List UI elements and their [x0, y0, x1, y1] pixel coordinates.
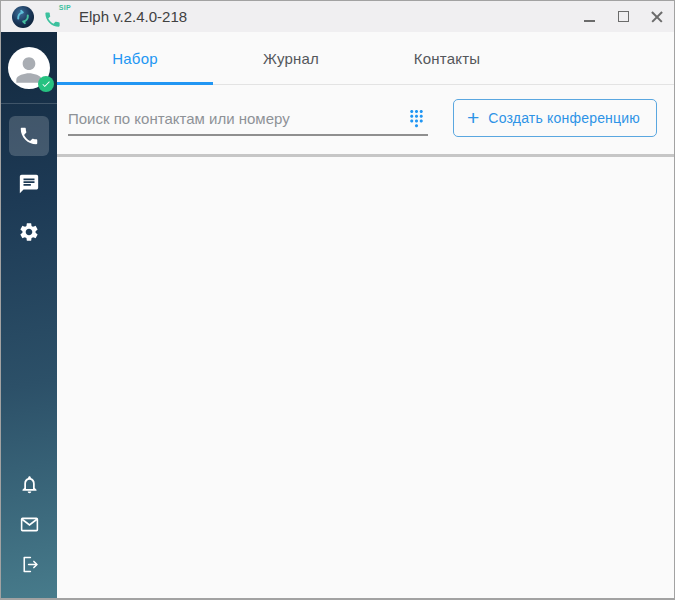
phone-icon	[18, 125, 40, 147]
window-controls	[572, 1, 674, 32]
minimize-icon	[584, 20, 595, 22]
sidebar-bottom	[11, 464, 47, 584]
app-window: SIP Elph v.2.4.0-218	[0, 0, 675, 600]
minimize-button[interactable]	[572, 1, 606, 32]
logout-icon	[19, 554, 40, 575]
sidebar-item-dialer[interactable]	[9, 116, 49, 156]
gear-icon	[18, 221, 40, 243]
sidebar-nav	[9, 112, 49, 256]
sip-label: SIP	[59, 4, 71, 11]
maximize-button[interactable]	[606, 1, 640, 32]
tab-bar: Набор Журнал Контакты	[57, 32, 674, 85]
sidebar	[1, 32, 57, 598]
create-conference-button[interactable]: + Создать конференцию	[453, 99, 657, 137]
main-panel: Набор Журнал Контакты + Создать конферен…	[57, 32, 674, 598]
bell-icon	[19, 474, 40, 495]
search-field-wrap	[68, 104, 428, 136]
maximize-icon	[618, 11, 629, 22]
dialer-content-empty	[57, 157, 674, 598]
sidebar-item-logout[interactable]	[11, 546, 47, 582]
close-button[interactable]	[640, 1, 674, 32]
sidebar-item-notifications[interactable]	[11, 466, 47, 502]
chat-icon	[18, 173, 40, 195]
sidebar-item-chat[interactable]	[9, 164, 49, 204]
app-logo-icon	[11, 5, 35, 29]
envelope-icon	[19, 514, 40, 535]
sip-phone-icon: SIP	[43, 5, 69, 29]
dialer-toolbar: + Создать конференцию	[57, 85, 674, 154]
dialpad-toggle-button[interactable]	[406, 107, 426, 129]
app-body: Набор Журнал Контакты + Создать конферен…	[1, 32, 674, 598]
sidebar-item-mail[interactable]	[11, 506, 47, 542]
online-status-badge	[38, 76, 54, 92]
search-input[interactable]	[68, 104, 428, 134]
create-conference-label: Создать конференцию	[488, 110, 640, 126]
close-icon	[651, 11, 663, 23]
window-title: Elph v.2.4.0-218	[79, 8, 187, 25]
sidebar-item-settings[interactable]	[9, 212, 49, 252]
sidebar-divider	[1, 103, 57, 104]
plus-icon: +	[467, 107, 479, 128]
titlebar: SIP Elph v.2.4.0-218	[1, 1, 674, 32]
tab-journal[interactable]: Журнал	[213, 32, 369, 84]
tab-contacts[interactable]: Контакты	[369, 32, 525, 84]
dialpad-icon	[407, 108, 426, 129]
check-icon	[41, 79, 51, 89]
user-avatar[interactable]	[8, 47, 50, 89]
tab-dialer[interactable]: Набор	[57, 32, 213, 84]
